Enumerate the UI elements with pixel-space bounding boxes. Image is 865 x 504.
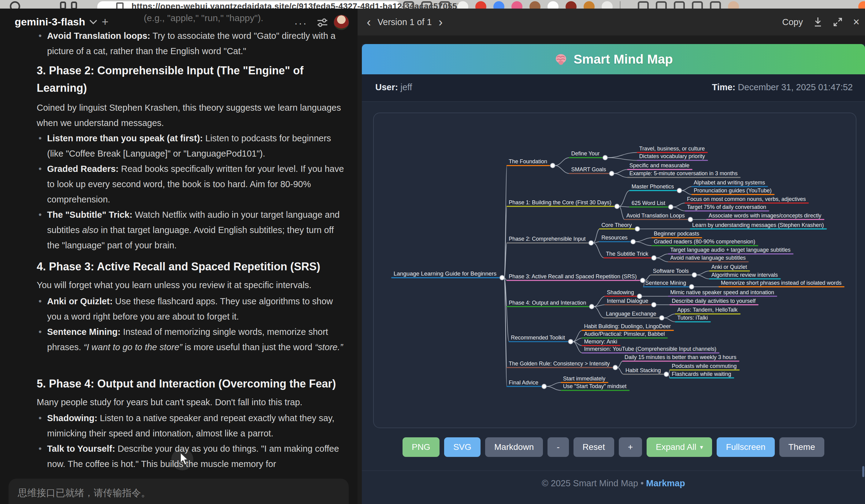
glasses-icon[interactable]: [403, 1, 414, 9]
markdown-button[interactable]: Markdown: [485, 437, 543, 457]
node-toggle-dot[interactable]: [677, 188, 682, 193]
mindmap-node[interactable]: Apps: Tandem, HelloTalk: [676, 307, 740, 314]
mindmap-node[interactable]: Shadowing: [605, 289, 642, 298]
pointer-icon[interactable]: [656, 1, 667, 9]
mindmap-node[interactable]: Sentence Mining: [644, 280, 694, 289]
mindmap-node[interactable]: Software Tools: [651, 268, 697, 277]
mindmap-node[interactable]: Internal Dialogue: [605, 298, 656, 307]
mindmap-node[interactable]: Tutors: iTalki: [676, 315, 710, 322]
node-toggle-dot[interactable]: [609, 171, 614, 176]
--button[interactable]: -: [547, 437, 569, 457]
node-toggle-dot[interactable]: [550, 163, 555, 168]
node-toggle-dot[interactable]: [589, 304, 594, 309]
mindmap-node[interactable]: Pronunciation guides (YouTube): [692, 187, 774, 195]
copy-page-icon[interactable]: [638, 1, 649, 9]
mindmap-node[interactable]: Phase 3: Active Recall and Spaced Repeti…: [507, 273, 645, 283]
mindmap-node[interactable]: Describe daily activities to yourself: [670, 298, 758, 305]
mindmap-node[interactable]: Dictates vocabulary priority: [637, 153, 707, 160]
mindmap-node[interactable]: Habit Stacking: [624, 367, 669, 376]
mindmap-node[interactable]: Specific and measurable: [628, 162, 692, 169]
mindmap-node[interactable]: Graded readers (80-90% comprehension): [652, 238, 758, 246]
mindmap-node[interactable]: Podcasts while commuting: [670, 363, 739, 370]
expand-all-button[interactable]: Expand All▾: [647, 437, 712, 457]
node-toggle-dot[interactable]: [589, 241, 593, 245]
node-toggle-dot[interactable]: [640, 278, 645, 283]
previous-version-button[interactable]: ‹: [367, 16, 371, 28]
fullscreen-button[interactable]: Fullscreen: [717, 437, 774, 457]
tab-group-icon[interactable]: [60, 1, 66, 9]
mindmap-node[interactable]: The Foundation: [507, 159, 555, 167]
node-toggle-dot[interactable]: [542, 384, 546, 389]
red-extension-icon[interactable]: [475, 1, 486, 9]
mindmap-canvas[interactable]: Language Learning Guide for BeginnersThe…: [373, 113, 856, 428]
panda-2-icon[interactable]: [547, 1, 558, 9]
blue-extension-icon[interactable]: [493, 1, 504, 9]
mindmap-node[interactable]: The Golden Rule: Consistency > Intensity: [507, 361, 618, 370]
ghost-icon[interactable]: [602, 1, 613, 9]
node-toggle-dot[interactable]: [613, 365, 618, 370]
mindmap-node[interactable]: Daily 15 minutes is better than weekly 3…: [623, 354, 739, 361]
reset-button[interactable]: Reset: [574, 437, 614, 457]
node-toggle-dot[interactable]: [615, 204, 619, 209]
mindmap-node[interactable]: Avoid native language subtitles: [668, 255, 748, 262]
node-toggle-dot[interactable]: [651, 256, 656, 260]
mindmap-node[interactable]: Final Advice: [507, 379, 546, 389]
mindmap-node[interactable]: Example: 5-minute conversation in 3 mont…: [628, 171, 740, 177]
panda-icon[interactable]: [457, 1, 468, 9]
tab-group-icon-2[interactable]: [71, 1, 77, 9]
mindmap-node[interactable]: Use "Start Today" mindset: [561, 384, 629, 390]
chat-input[interactable]: 思维接口已就绪，请传输指令。: [9, 479, 349, 504]
node-toggle-dot[interactable]: [651, 303, 656, 307]
bookmark-icon[interactable]: [439, 1, 450, 9]
pink-ca-extension-icon[interactable]: [511, 1, 522, 9]
monkey-icon[interactable]: [529, 1, 541, 9]
flame-icon[interactable]: [858, 1, 865, 9]
mindmap-node[interactable]: Beginner podcasts: [652, 231, 702, 238]
mindmap-node[interactable]: Phase 4: Output and Interaction: [507, 300, 594, 309]
mindmap-node[interactable]: Define Your: [569, 151, 608, 160]
mindmap-node[interactable]: Learn by understanding messages (Stephen…: [690, 222, 827, 229]
mindmap-node[interactable]: Audio/Practical: Pimsleur, Babbel: [582, 331, 667, 338]
reload-icon[interactable]: [10, 1, 20, 9]
scissors-icon[interactable]: [710, 1, 721, 9]
mindmap-node[interactable]: Associate words with images/concepts dir…: [707, 213, 824, 220]
node-toggle-dot[interactable]: [568, 339, 573, 344]
mindmap-node[interactable]: Resources: [600, 235, 635, 244]
mindmap-node[interactable]: Target 75% of daily conversation: [685, 204, 769, 211]
mindmap-node[interactable]: Start immediately: [561, 376, 608, 383]
mindmap-node[interactable]: Mimic native speaker speed and intonatio…: [668, 289, 776, 296]
node-toggle-dot[interactable]: [692, 272, 697, 277]
scrollbar-thumb[interactable]: [862, 466, 864, 477]
markmap-link[interactable]: Markmap: [646, 478, 685, 488]
next-version-button[interactable]: ›: [439, 16, 442, 28]
mindmap-node[interactable]: The Subtitle Trick: [604, 251, 656, 260]
mindmap-node[interactable]: Master Phonetics: [630, 184, 682, 193]
mindmap-node[interactable]: Immersion: YouTube (Comprehensible Input…: [582, 346, 719, 353]
mindmap-node[interactable]: Focus on most common nouns, verbs, adjec…: [685, 196, 808, 203]
mindmap-node[interactable]: Anki or Quizlet: [710, 264, 750, 271]
mindmap-node[interactable]: SMART Goals: [569, 166, 614, 176]
mindmap-node[interactable]: Avoid Translation Loops: [625, 213, 693, 222]
node-toggle-dot[interactable]: [669, 204, 673, 209]
svg-button[interactable]: SVG: [444, 437, 481, 457]
photo-frame-icon[interactable]: [566, 1, 577, 9]
mindmap-node[interactable]: Recommended Toolkit: [509, 335, 573, 344]
address-bar[interactable]: https://open-webui.yangtzedaidata.site/c…: [97, 1, 401, 9]
node-toggle-dot[interactable]: [690, 284, 694, 289]
mindmap-node[interactable]: Target language audio + target language …: [668, 247, 793, 254]
profile-photo-icon[interactable]: [728, 1, 739, 9]
mindmap-node[interactable]: Memorize short phrases instead of isolat…: [719, 280, 844, 287]
mindmap-node[interactable]: Core Theory: [600, 222, 639, 231]
mindmap-node[interactable]: 625 Word List: [630, 200, 673, 209]
node-toggle-dot[interactable]: [659, 316, 664, 320]
--button[interactable]: +: [619, 437, 642, 457]
mindmap-node[interactable]: Habit Building: Duolingo, LingoDeer: [582, 323, 673, 330]
mindmap-node[interactable]: Flashcards while waiting: [670, 371, 734, 378]
node-toggle-dot[interactable]: [631, 239, 635, 244]
copy-button[interactable]: Copy: [782, 17, 803, 27]
node-toggle-dot[interactable]: [500, 275, 504, 280]
search-icon[interactable]: [421, 1, 432, 9]
mindmap-node[interactable]: Phase 2: Comprehensible Input: [507, 236, 593, 245]
mindmap-node[interactable]: Algorithmic review intervals: [710, 272, 780, 279]
theme-button[interactable]: Theme: [779, 437, 824, 457]
